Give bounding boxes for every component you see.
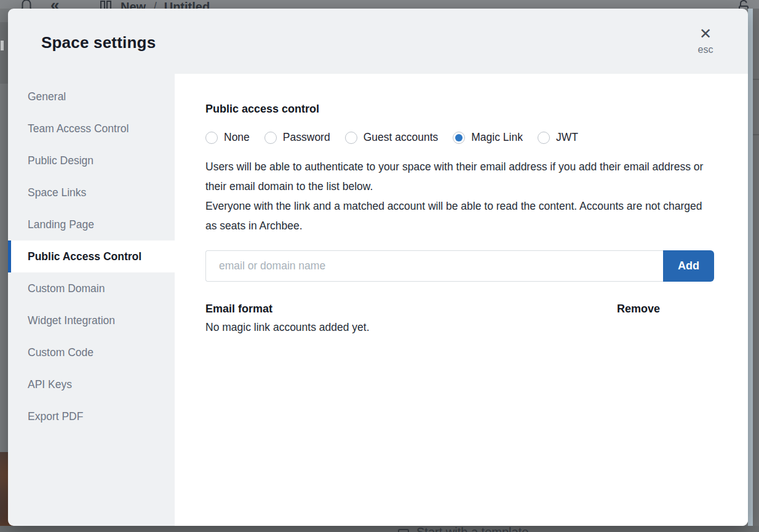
empty-accounts-message: No magic link accounts added yet. bbox=[205, 321, 714, 334]
magic-link-description: Users will be able to authenticate to yo… bbox=[205, 157, 714, 236]
email-format-column-header: Email format bbox=[205, 303, 272, 316]
settings-sidebar: General Team Access Control Public Desig… bbox=[8, 74, 175, 526]
radio-circle-icon[interactable] bbox=[205, 132, 218, 144]
breadcrumb: New / Untitled bbox=[98, 0, 210, 9]
app-bottombar: Start with a template bbox=[0, 526, 759, 532]
public-access-control-panel: Public access control None Password Gues… bbox=[175, 74, 748, 526]
space-settings-modal: Space settings ✕ esc General Team Access… bbox=[8, 9, 748, 526]
collapse-sidebar-icon[interactable]: « bbox=[50, 0, 59, 9]
sidebar-item-public-design[interactable]: Public Design bbox=[8, 145, 175, 177]
add-button[interactable]: Add bbox=[663, 250, 714, 282]
background-panel-fragment bbox=[0, 22, 8, 84]
breadcrumb-page[interactable]: Untitled bbox=[164, 0, 210, 9]
sidebar-item-general[interactable]: General bbox=[8, 81, 175, 113]
radio-circle-icon[interactable] bbox=[345, 132, 357, 144]
sidebar-item-landing-page[interactable]: Landing Page bbox=[8, 208, 175, 240]
close-button[interactable]: ✕ esc bbox=[690, 25, 721, 55]
sidebar-item-export-pdf[interactable]: Export PDF bbox=[8, 400, 175, 432]
sidebar-item-team-access-control[interactable]: Team Access Control bbox=[8, 113, 175, 145]
start-with-template-label: Start with a template bbox=[416, 526, 528, 532]
cut-off-ui-fragment bbox=[1, 41, 4, 50]
bell-icon[interactable] bbox=[20, 0, 33, 9]
remove-column-header: Remove bbox=[617, 303, 660, 316]
radio-circle-icon[interactable] bbox=[264, 132, 277, 144]
radio-circle-selected-icon[interactable] bbox=[453, 132, 465, 144]
background-left-strip bbox=[0, 9, 8, 452]
book-icon bbox=[98, 0, 113, 9]
sidebar-item-widget-integration[interactable]: Widget Integration bbox=[8, 304, 175, 336]
radio-option-guest-accounts[interactable]: Guest accounts bbox=[345, 131, 439, 144]
sidebar-item-public-access-control[interactable]: Public Access Control bbox=[8, 240, 175, 272]
radio-label: Password bbox=[283, 131, 330, 144]
sidebar-item-custom-domain[interactable]: Custom Domain bbox=[8, 272, 175, 304]
access-type-radio-group: None Password Guest accounts Magic Link … bbox=[205, 131, 714, 144]
esc-hint: esc bbox=[698, 44, 713, 55]
section-heading: Public access control bbox=[205, 103, 714, 116]
radio-label: None bbox=[224, 131, 250, 144]
template-icon bbox=[397, 527, 410, 532]
breadcrumb-separator: / bbox=[153, 0, 157, 9]
radio-circle-icon[interactable] bbox=[538, 132, 550, 144]
app-topbar: « New / Untitled bbox=[0, 0, 759, 9]
start-with-template-button[interactable]: Start with a template bbox=[397, 526, 528, 532]
description-line-1: Users will be able to authenticate to yo… bbox=[205, 157, 714, 196]
sidebar-item-space-links[interactable]: Space Links bbox=[8, 177, 175, 208]
background-right-strip bbox=[753, 9, 759, 532]
add-account-row: Add bbox=[205, 250, 714, 282]
modal-title: Space settings bbox=[41, 33, 156, 52]
sidebar-item-api-keys[interactable]: API Keys bbox=[8, 368, 175, 400]
email-or-domain-input[interactable] bbox=[205, 250, 663, 282]
accounts-table-header: Email format Remove bbox=[205, 303, 714, 316]
close-icon[interactable]: ✕ bbox=[699, 25, 712, 43]
sidebar-item-custom-code[interactable]: Custom Code bbox=[8, 336, 175, 368]
modal-header: Space settings ✕ esc bbox=[8, 9, 748, 74]
breadcrumb-space[interactable]: New bbox=[121, 0, 146, 9]
page-scrollbar[interactable] bbox=[748, 9, 753, 526]
radio-label: JWT bbox=[556, 131, 578, 144]
radio-label: Guest accounts bbox=[364, 131, 439, 144]
radio-option-password[interactable]: Password bbox=[264, 131, 330, 144]
radio-option-magic-link[interactable]: Magic Link bbox=[453, 131, 523, 144]
radio-option-none[interactable]: None bbox=[205, 131, 250, 144]
description-line-2: Everyone with the link and a matched acc… bbox=[205, 196, 714, 236]
radio-label: Magic Link bbox=[471, 131, 523, 144]
divider bbox=[753, 134, 759, 135]
unlock-icon[interactable] bbox=[736, 0, 752, 9]
divider bbox=[753, 79, 759, 80]
radio-option-jwt[interactable]: JWT bbox=[538, 131, 578, 144]
